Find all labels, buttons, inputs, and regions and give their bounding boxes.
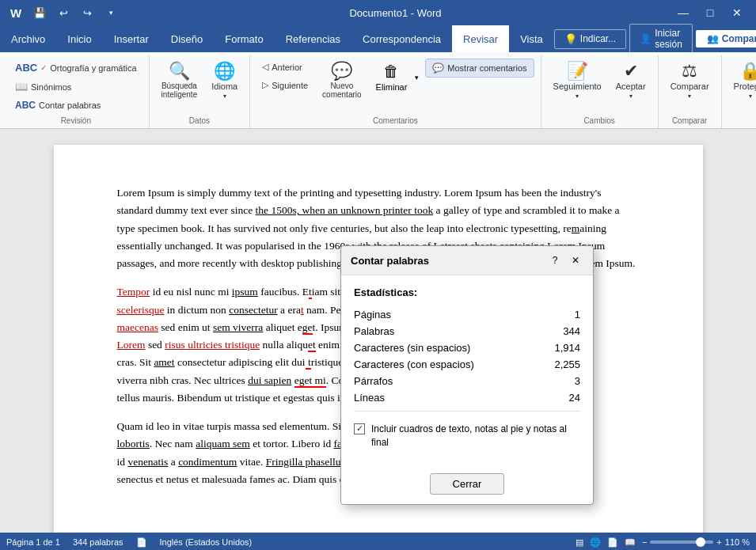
- synonyms-icon: 📖: [15, 81, 28, 93]
- datos-group-label: Datos: [156, 114, 244, 128]
- proteger-btn[interactable]: 🔒 Proteger ▾: [728, 59, 756, 104]
- eliminar-btn[interactable]: 🗑 Eliminar ▾: [370, 59, 423, 96]
- stat-palabras-label: Palabras: [354, 325, 394, 337]
- menu-formato[interactable]: Formato: [214, 25, 274, 52]
- nuevo-comentario-btn[interactable]: 💬 Nuevocomentario: [317, 59, 367, 103]
- include-textbox-label: Incluir cuadros de texto, notas al pie y…: [371, 423, 580, 449]
- busqueda-btn[interactable]: 🔍 Búsquedainteligente: [156, 59, 203, 103]
- modal-cerrar-btn[interactable]: Cerrar: [430, 473, 505, 495]
- stat-chars-space: Caracteres (con espacios) 2,255: [354, 356, 580, 373]
- zoom-level: 110 %: [725, 537, 750, 547]
- accept-icon: ✔: [624, 63, 638, 80]
- undo-qat-btn[interactable]: ↩: [54, 3, 73, 22]
- anterior-btn[interactable]: ◁ Anterior: [256, 59, 313, 75]
- word-logo: W: [6, 3, 25, 22]
- modal-help-btn[interactable]: ?: [547, 252, 563, 268]
- save-qat-btn[interactable]: 💾: [30, 3, 49, 22]
- stat-paginas-label: Páginas: [354, 309, 391, 321]
- stat-chars-space-value: 2,255: [554, 358, 580, 370]
- minimize-btn[interactable]: —: [671, 2, 696, 24]
- ribbon-group-datos: 🔍 Búsquedainteligente 🌐 Idioma ▾ Datos: [150, 55, 251, 128]
- stat-palabras-value: 344: [563, 325, 580, 337]
- menu-inicio[interactable]: Inicio: [56, 25, 102, 52]
- status-bar-right: ▤ 🌐 📄 📖 − + 110 %: [576, 537, 750, 548]
- ribbon-group-revision: ABC ✓ Ortografía y gramática 📖 Sinónimos…: [3, 55, 150, 128]
- view-layout-icon[interactable]: 📄: [607, 537, 618, 548]
- track-changes-icon: 📝: [567, 63, 588, 80]
- share-btn[interactable]: 👥 Compartir: [696, 30, 756, 47]
- indicar-btn[interactable]: 💡 Indicar...: [554, 29, 626, 49]
- comentarios-group-label: Comentarios: [256, 114, 534, 128]
- menu-bar: Archivo Inicio Insertar Diseño Formato R…: [0, 25, 756, 52]
- view-normal-icon[interactable]: ▤: [576, 537, 583, 548]
- person-icon: 👤: [640, 33, 652, 44]
- stat-chars-no-space-value: 1,914: [554, 342, 580, 354]
- stat-lineas-value: 24: [569, 392, 580, 404]
- close-btn[interactable]: ✕: [724, 2, 750, 24]
- language-icon: 📄: [136, 537, 147, 548]
- ribbon-group-cambios-content: 📝 Seguimiento ▾ ✔ Aceptar ▾: [548, 55, 652, 114]
- siguiente-btn[interactable]: ▷ Siguiente: [256, 77, 313, 93]
- idioma-btn[interactable]: 🌐 Idioma ▾: [206, 59, 243, 104]
- app-window: W 💾 ↩ ↪ ▾ Documento1 - Word — □ ✕ Archiv…: [0, 0, 756, 550]
- status-bar: Página 1 de 1 344 palabras 📄 Inglés (Est…: [0, 533, 756, 550]
- ribbon-group-proteger-content: 🔒 Proteger ▾: [728, 55, 756, 123]
- redo-qat-btn[interactable]: ↪: [78, 3, 97, 22]
- window-controls: — □ ✕: [671, 2, 750, 24]
- ribbon-group-comparar-content: ⚖ Comparar ▾: [665, 55, 715, 114]
- word-count: 344 palabras: [73, 537, 123, 547]
- restore-btn[interactable]: □: [697, 2, 723, 24]
- stat-lineas: Líneas 24: [354, 389, 580, 406]
- comparar-btn[interactable]: ⚖ Comparar ▾: [665, 59, 715, 104]
- modal-body: Estadísticas: Páginas 1 Palabras 344 Car…: [341, 275, 593, 467]
- menu-correspondencia[interactable]: Correspondencia: [351, 25, 452, 52]
- stat-lineas-label: Líneas: [354, 392, 385, 404]
- ribbon: ABC ✓ Ortografía y gramática 📖 Sinónimos…: [0, 52, 756, 129]
- include-textbox-checkbox[interactable]: [354, 423, 365, 434]
- stat-palabras: Palabras 344: [354, 323, 580, 339]
- comentarios-nav-col: ◁ Anterior ▷ Siguiente: [256, 59, 313, 93]
- stat-paginas: Páginas 1: [354, 306, 580, 323]
- view-web-icon[interactable]: 🌐: [590, 537, 601, 548]
- stat-parrafos-label: Párrafos: [354, 375, 393, 387]
- zoom-out-btn[interactable]: −: [642, 537, 647, 547]
- mostrar-comentarios-btn[interactable]: 💬 Mostrar comentarios: [425, 59, 534, 78]
- contar-palabras-btn[interactable]: ABC Contar palabras: [9, 97, 142, 114]
- menu-revisar[interactable]: Revisar: [452, 25, 509, 52]
- next-icon: ▷: [262, 80, 268, 90]
- sinonimos-btn[interactable]: 📖 Sinónimos: [9, 78, 142, 96]
- menu-archivo[interactable]: Archivo: [0, 25, 56, 52]
- menu-vista[interactable]: Vista: [509, 25, 554, 52]
- language-label: Inglés (Estados Unidos): [160, 537, 253, 547]
- title-bar-left: W 💾 ↩ ↪ ▾: [6, 3, 120, 22]
- zoom-thumb: [696, 537, 705, 547]
- ribbon-group-comparar: ⚖ Comparar ▾ Comparar: [659, 55, 722, 128]
- customize-qat-btn[interactable]: ▾: [101, 3, 120, 22]
- signin-btn[interactable]: 👤 Iniciar sesión: [629, 24, 693, 54]
- ortografia-btn[interactable]: ABC ✓ Ortografía y gramática: [9, 59, 142, 77]
- ribbon-group-revision-content: ABC ✓ Ortografía y gramática 📖 Sinónimos…: [9, 55, 142, 114]
- ribbon-group-cambios: 📝 Seguimiento ▾ ✔ Aceptar ▾ Cambios: [541, 55, 659, 128]
- comment-add-icon: 💬: [331, 63, 352, 80]
- menu-diseno[interactable]: Diseño: [160, 25, 214, 52]
- share-icon: 👥: [707, 33, 719, 44]
- page-info: Página 1 de 1: [6, 537, 60, 547]
- modal-controls: ? ✕: [547, 252, 583, 268]
- cambios-group-label: Cambios: [548, 114, 652, 128]
- comparar-group-label: Comparar: [665, 114, 715, 128]
- zoom-slider[interactable]: [650, 541, 713, 544]
- menu-referencias[interactable]: Referencias: [275, 25, 351, 52]
- eliminar-arrow[interactable]: ▾: [412, 59, 422, 96]
- modal-checkbox-row: Incluir cuadros de texto, notas al pie y…: [354, 416, 580, 456]
- modal-close-x-btn[interactable]: ✕: [568, 252, 583, 268]
- menu-insertar[interactable]: Insertar: [103, 25, 160, 52]
- aceptar-btn[interactable]: ✔ Aceptar ▾: [610, 59, 652, 104]
- eliminar-main[interactable]: 🗑 Eliminar: [370, 59, 413, 96]
- ribbon-group-proteger: 🔒 Proteger ▾: [722, 55, 756, 128]
- zoom-in-btn[interactable]: +: [716, 537, 721, 547]
- view-read-icon[interactable]: 📖: [625, 537, 636, 548]
- zoom-control: − + 110 %: [642, 537, 750, 547]
- proteger-group-label: [728, 123, 756, 128]
- seguimiento-btn[interactable]: 📝 Seguimiento ▾: [548, 59, 607, 104]
- search-icon: 🔍: [169, 63, 190, 80]
